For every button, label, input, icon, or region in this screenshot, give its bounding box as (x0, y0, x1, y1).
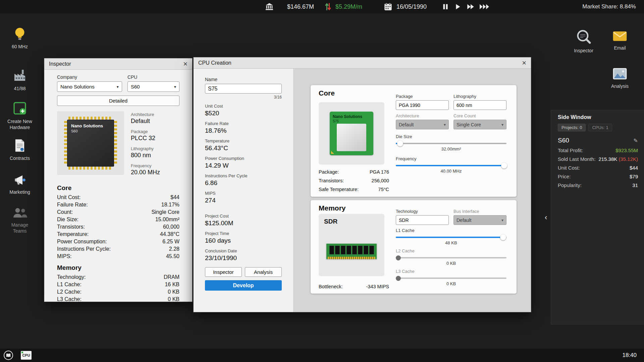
manage-teams-button[interactable]: Manage Teams (0, 206, 40, 234)
chip-brand: Nano Solutions (333, 114, 362, 119)
lightbulb-icon (14, 27, 26, 41)
ram-type: SDR (324, 218, 337, 225)
email-button[interactable]: Email (603, 30, 637, 51)
manage-teams-label: Manage Teams (6, 222, 33, 234)
calendar-icon (384, 2, 392, 11)
chip-model: S60 (71, 129, 110, 133)
menu-book-button[interactable] (3, 350, 13, 362)
cpu-creation-titlebar[interactable]: CPU Creation × (194, 57, 531, 69)
detailed-button[interactable]: Detailed (57, 96, 179, 106)
chip-model: S75 (333, 119, 339, 123)
package-input[interactable] (396, 100, 449, 110)
l2-cache-value: 0 KB (396, 261, 506, 266)
company-select[interactable]: Nano Solutions ▾ (57, 81, 122, 92)
cpu-select[interactable]: S60 ▾ (127, 81, 179, 92)
inspector-tool-button[interactable]: Inspector (567, 29, 600, 54)
chart-image-icon (612, 67, 628, 80)
row-value: $923.55M (615, 146, 638, 155)
kv-row: Instructions Per Cycle:2.28 (57, 245, 179, 253)
fastest-forward-icon (479, 3, 490, 10)
stat-mips: MIPS 274 (205, 191, 282, 204)
play-icon (454, 3, 461, 10)
cpu-chip-image: Nano Solutions S60 (57, 111, 124, 175)
close-icon[interactable]: × (183, 60, 187, 68)
slider-knob (396, 255, 401, 260)
l3-cache-value: 0 KB (396, 281, 506, 286)
kv-row: Die Size:15.00mm² (57, 216, 179, 223)
marketing-button[interactable]: Marketing (0, 174, 40, 195)
core-count-select[interactable]: Single Core ▾ (453, 120, 506, 129)
fast-forward-icon (466, 3, 475, 10)
research-button[interactable]: 60 MHz (0, 27, 40, 50)
kv-row: L2 Cache:0 KB (57, 288, 179, 296)
email-label: Email (603, 45, 637, 51)
open-analysis-button[interactable]: Analysis (245, 267, 282, 277)
cpu-creation-window: CPU Creation × Name 3/16 Unit Cost $520 … (193, 57, 531, 312)
play-button[interactable] (454, 0, 461, 13)
kv-row: Power Consumption:6.25 W (57, 238, 179, 245)
game-screen: $146.67M $5.29M/m 16/05/1990 (0, 0, 644, 362)
bottleneck-row: Bottleneck: -343 MIPS (319, 282, 389, 291)
company-select-value: Nano Solutions (60, 84, 95, 89)
side-row-total-profit: Total Profit: $923.55M (551, 146, 644, 155)
kv-row: Unit Cost:$44 (57, 194, 179, 201)
close-icon[interactable]: × (522, 59, 526, 67)
book-icon (3, 350, 13, 360)
l1-cache-slider[interactable] (396, 234, 506, 240)
stat-project-cost: Project Cost $125.00M (205, 214, 282, 227)
analysis-button[interactable]: Analysis (603, 67, 637, 89)
die-size-control: Die Size 32.00mm² (396, 134, 506, 152)
lithography-input[interactable] (453, 100, 506, 110)
tab-projects[interactable]: Projects: 0 (558, 124, 586, 131)
slider-knob[interactable] (397, 140, 403, 146)
factory-button[interactable]: 41/88 (0, 68, 40, 92)
chevron-down-icon: ▾ (501, 218, 503, 223)
kv-row: Count:Single Core (57, 208, 179, 216)
create-new-hardware-button[interactable]: Create New Hardware (0, 101, 40, 130)
fast-forward-button[interactable] (466, 0, 475, 13)
fastest-forward-button[interactable] (479, 0, 490, 13)
side-window-tabs: Projects: 0 CPUs: 1 (551, 120, 644, 131)
develop-button[interactable]: Develop (205, 280, 282, 291)
kv-row: L1 Cache:16 KB (57, 281, 179, 288)
stat-failure-rate: Failure Rate 18.76% (205, 121, 282, 134)
memory-card: Memory SDR Bottleneck: -343 MIPS (311, 200, 517, 294)
pause-button[interactable] (442, 0, 449, 13)
bank-icon (265, 2, 274, 11)
name-input[interactable] (205, 84, 282, 94)
contract-document-icon (14, 138, 26, 153)
chevron-down-icon: ▾ (117, 84, 119, 89)
bus-interface-select[interactable]: Default ▾ (453, 215, 506, 225)
chip-brand: Nano Solutions (71, 123, 110, 128)
row-label: Unit Cost: (558, 164, 580, 172)
side-row-unit-cost: Unit Cost: $44 (551, 164, 644, 172)
chevron-down-icon: ▾ (174, 84, 176, 89)
contracts-button[interactable]: Contracts (0, 138, 40, 161)
kv-row: Technology:DRAM (57, 274, 179, 281)
slider-knob[interactable] (500, 234, 506, 240)
row-label: Total Profit: (558, 146, 583, 155)
architecture-select[interactable]: Default ▾ (396, 120, 449, 129)
megaphone-icon (13, 174, 27, 186)
frequency-slider[interactable] (396, 163, 506, 169)
cpu-window-taskbar-item[interactable]: CPU (21, 351, 32, 360)
cpu-taskbar-label: CPU (22, 353, 30, 357)
slider-knob[interactable] (501, 163, 507, 169)
technology-input[interactable] (396, 215, 449, 225)
side-window-title: Side Window (551, 110, 644, 120)
inspector-tool-label: Inspector (567, 48, 600, 54)
open-inspector-button[interactable]: Inspector (205, 267, 242, 277)
ram-stick-graphic (326, 243, 377, 259)
memory-section-heading: Memory (57, 264, 179, 272)
contracts-label: Contracts (0, 155, 40, 161)
income-value: $5.29M/m (335, 0, 362, 13)
frequency-control: Frequency 40.00 MHz (396, 156, 506, 174)
inspector-titlebar[interactable]: Inspector × (44, 58, 192, 70)
tab-cpus[interactable]: CPUs: 1 (588, 124, 612, 131)
edit-icon[interactable]: ✎ (634, 137, 638, 144)
side-window-collapse-arrow[interactable]: ‹ (545, 213, 547, 222)
row-value: $44 (630, 164, 638, 172)
row-label: Popularity: (558, 181, 582, 190)
die-size-slider[interactable] (396, 140, 506, 146)
stat-ipc: Instructions Per Cycle 6.86 (205, 173, 282, 187)
